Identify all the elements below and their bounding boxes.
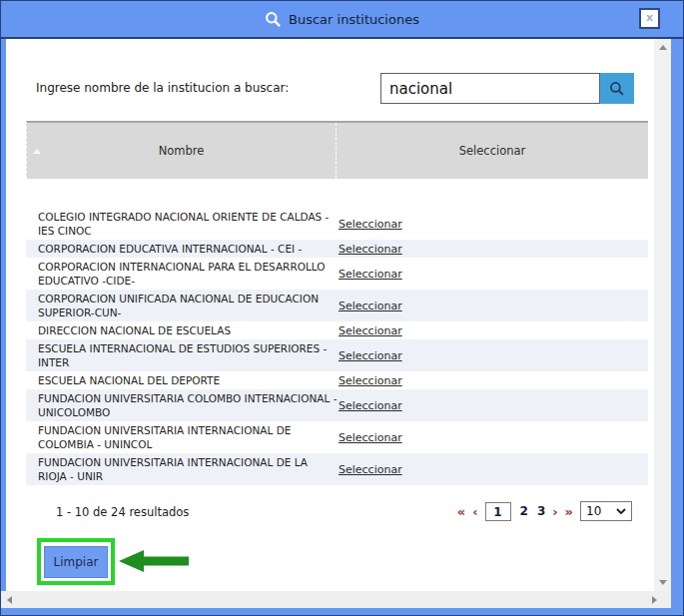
page-size-select[interactable]: 10 — [580, 501, 632, 521]
horizontal-scrollbar[interactable] — [1, 591, 671, 608]
search-input[interactable] — [380, 73, 600, 104]
modal-border-right — [671, 39, 683, 615]
pagination-pages: 123 — [485, 502, 546, 521]
table-row: CORPORACION INTERNACIONAL PARA EL DESARR… — [26, 258, 648, 290]
seleccionar-link[interactable]: Seleccionar — [339, 324, 402, 337]
page-number-link[interactable]: 3 — [537, 504, 545, 518]
next-page-button[interactable]: › — [552, 505, 557, 518]
page-number-current[interactable]: 1 — [485, 502, 511, 521]
seleccionar-link[interactable]: Seleccionar — [339, 463, 402, 476]
search-icon — [265, 11, 282, 28]
triangle-right-icon — [652, 596, 657, 604]
table-row: CORPORACION UNIFICADA NACIONAL DE EDUCAC… — [26, 290, 648, 321]
seleccionar-link[interactable]: Seleccionar — [339, 300, 402, 312]
buscar-instituciones-modal: Buscar instituciones x Ingrese nombre de… — [0, 0, 684, 616]
column-header-seleccionar: Seleccionar — [336, 123, 648, 179]
table-body: COLEGIO INTEGRADO NACIONAL ORIENTE DE CA… — [26, 208, 648, 485]
modal-content: Ingrese nombre de la institucion a busca… — [6, 39, 654, 591]
search-label: Ingrese nombre de la institucion a busca… — [36, 81, 289, 95]
seleccionar-link[interactable]: Seleccionar — [339, 374, 402, 387]
results-summary: 1 - 10 de 24 resultados — [56, 505, 189, 519]
first-page-button[interactable]: « — [457, 505, 465, 518]
page-number-link[interactable]: 2 — [520, 504, 528, 518]
seleccionar-link[interactable]: Seleccionar — [339, 399, 402, 412]
page-size-value: 10 — [586, 504, 601, 518]
seleccionar-link[interactable]: Seleccionar — [339, 431, 402, 444]
vertical-scrollbar[interactable] — [654, 39, 671, 591]
institution-name: CORPORACION INTERNACIONAL PARA EL DESARR… — [26, 260, 339, 288]
seleccionar-link[interactable]: Seleccionar — [339, 268, 402, 281]
institution-name: DIRECCION NACIONAL DE ESCUELAS — [26, 323, 339, 337]
previous-page-button[interactable]: ‹ — [472, 505, 477, 518]
seleccionar-link[interactable]: Seleccionar — [339, 349, 402, 362]
table-row: FUNDACION UNIVERSITARIA INTERNACIONAL DE… — [26, 453, 648, 485]
scroll-right-button[interactable] — [646, 591, 663, 608]
scroll-up-button[interactable] — [654, 39, 671, 56]
scroll-left-button[interactable] — [1, 591, 18, 608]
institution-name: ESCUELA INTERNACIONAL DE ESTUDIOS SUPERI… — [26, 341, 339, 369]
table-row: COLEGIO INTEGRADO NACIONAL ORIENTE DE CA… — [26, 208, 648, 240]
table-row: DIRECCION NACIONAL DE ESCUELASSelecciona… — [26, 321, 648, 339]
institution-name: COLEGIO INTEGRADO NACIONAL ORIENTE DE CA… — [26, 210, 339, 238]
institution-name: FUNDACION UNIVERSITARIA INTERNACIONAL DE… — [26, 423, 339, 451]
highlight-box: Limpiar — [37, 538, 115, 585]
triangle-up-icon — [659, 45, 667, 50]
table-row: ESCUELA NACIONAL DEL DEPORTESeleccionar — [26, 371, 648, 389]
seleccionar-link[interactable]: Seleccionar — [339, 218, 402, 231]
chevron-down-icon — [616, 508, 626, 514]
search-icon — [609, 81, 625, 97]
institution-name: ESCUELA NACIONAL DEL DEPORTE — [26, 373, 339, 387]
institution-name: CORPORACION EDUCATIVA INTERNACIONAL - CE… — [26, 242, 339, 256]
table-row: CORPORACION EDUCATIVA INTERNACIONAL - CE… — [26, 240, 648, 258]
institution-name: CORPORACION UNIFICADA NACIONAL DE EDUCAC… — [26, 292, 339, 319]
table-row: FUNDACION UNIVERSITARIA COLOMBO INTERNAC… — [26, 389, 648, 421]
search-button[interactable] — [600, 73, 634, 104]
triangle-down-icon — [659, 580, 667, 585]
seleccionar-link[interactable]: Seleccionar — [339, 243, 402, 256]
green-arrow-icon — [119, 548, 191, 578]
triangle-left-icon — [7, 596, 12, 604]
table-header: Nombre Seleccionar — [26, 121, 648, 179]
modal-title: Buscar instituciones — [289, 12, 419, 27]
institution-name: FUNDACION UNIVERSITARIA INTERNACIONAL DE… — [26, 455, 339, 483]
scroll-down-button[interactable] — [654, 574, 671, 591]
modal-header: Buscar instituciones — [1, 1, 683, 39]
sort-ascending-icon — [33, 149, 41, 154]
limpiar-button[interactable]: Limpiar — [44, 546, 108, 578]
close-button[interactable]: x — [639, 8, 660, 29]
modal-border-bottom — [1, 608, 671, 615]
pagination: « ‹ 123 › » 10 — [457, 501, 632, 521]
table-row: ESCUELA INTERNACIONAL DE ESTUDIOS SUPERI… — [26, 339, 648, 371]
column-header-nombre[interactable]: Nombre — [27, 123, 336, 179]
table-row: FUNDACION UNIVERSITARIA INTERNACIONAL DE… — [26, 421, 648, 453]
institution-name: FUNDACION UNIVERSITARIA COLOMBO INTERNAC… — [26, 391, 339, 419]
last-page-button[interactable]: » — [565, 505, 573, 518]
